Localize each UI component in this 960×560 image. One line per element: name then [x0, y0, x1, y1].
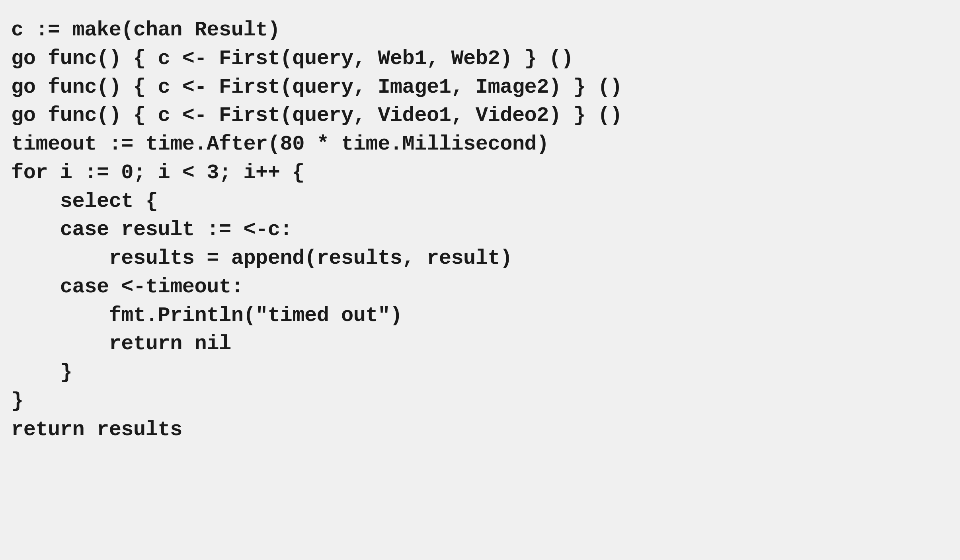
code-line: case result := <-c:: [11, 216, 622, 244]
code-line: go func() { c <- First(query, Web1, Web2…: [11, 45, 622, 73]
code-line: return nil: [11, 330, 622, 358]
code-block: c := make(chan Result)go func() { c <- F…: [11, 16, 622, 444]
code-line: }: [11, 358, 622, 387]
code-line: fmt.Println("timed out"): [11, 301, 622, 330]
code-line: return results: [11, 416, 622, 444]
code-line: results = append(results, result): [11, 244, 622, 273]
code-line: c := make(chan Result): [11, 16, 622, 45]
code-line: go func() { c <- First(query, Image1, Im…: [11, 73, 622, 102]
code-line: for i := 0; i < 3; i++ {: [11, 159, 622, 187]
code-line: case <-timeout:: [11, 273, 622, 301]
code-line: go func() { c <- First(query, Video1, Vi…: [11, 101, 622, 130]
code-line: timeout := time.After(80 * time.Millisec…: [11, 130, 622, 159]
code-line: select {: [11, 187, 622, 216]
code-line: }: [11, 387, 622, 416]
